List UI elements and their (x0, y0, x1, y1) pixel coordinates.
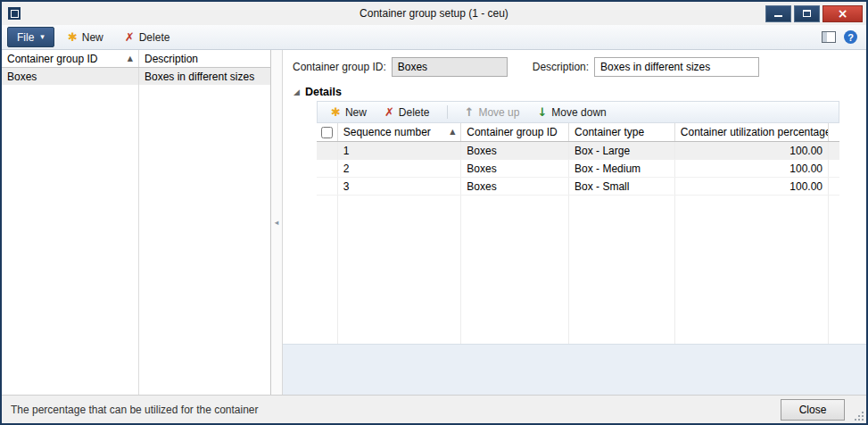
cell-utilization: 100.00 (675, 142, 829, 159)
list-header-row: Container group ID ▲ Description (2, 50, 270, 68)
help-icon[interactable]: ? (844, 30, 857, 44)
cell-filler (829, 142, 839, 159)
move-down-label: Move down (551, 106, 606, 119)
details-new-label: New (345, 106, 367, 119)
column-header-sequence-number[interactable]: Sequence number ▲ (338, 123, 462, 141)
details-section-header[interactable]: ◢ Details (293, 86, 866, 98)
main-area: Container group ID ▲ Description Boxes B… (2, 50, 866, 395)
cell-utilization: 100.00 (675, 160, 829, 177)
header-fields: Container group ID: Description: (293, 57, 857, 77)
minimize-icon (774, 15, 782, 17)
maximize-button[interactable] (794, 5, 820, 22)
row-select-cell[interactable] (317, 160, 338, 177)
details-section-title: Details (305, 86, 342, 98)
cell-container-type: Box - Large (569, 142, 675, 159)
window-panes-icon[interactable] (822, 31, 836, 43)
list-filler-column (2, 85, 139, 395)
delete-icon: ✗ (125, 31, 135, 43)
table-row[interactable]: 3 Boxes Box - Small 100.00 (317, 178, 839, 196)
cell-description: Boxes in different sizes (139, 68, 270, 85)
row-select-cell[interactable] (317, 142, 338, 159)
column-header-utilization[interactable]: Container utilization percentage (675, 123, 829, 141)
cell-filler (829, 178, 839, 195)
details-delete-label: Delete (399, 106, 430, 119)
move-up-label: Move up (478, 106, 519, 119)
main-toolbar: File ▾ ✱ New ✗ Delete ? (2, 25, 866, 50)
cell-container-group-id: Boxes (2, 68, 139, 85)
file-menu-button[interactable]: File ▾ (7, 27, 54, 47)
filler-cell (461, 196, 569, 344)
details-section-content: ✱ New ✗ Delete ↑ Move up ↓ Move down (317, 101, 839, 344)
cell-sequence-number: 1 (338, 142, 462, 159)
new-record-button[interactable]: ✱ New (60, 29, 112, 46)
cell-sequence-number: 3 (338, 178, 462, 195)
new-icon: ✱ (331, 106, 341, 118)
close-icon: × (838, 7, 848, 20)
details-new-button[interactable]: ✱ New (323, 104, 375, 121)
move-down-icon: ↓ (537, 106, 547, 118)
details-toolbar: ✱ New ✗ Delete ↑ Move up ↓ Move down (317, 101, 839, 123)
details-grid-empty-area (317, 196, 839, 344)
column-header-container-group-id[interactable]: Container group ID (461, 123, 569, 141)
detail-panel: Container group ID: Description: ◢ Detai… (283, 50, 866, 395)
select-all-cell (317, 123, 338, 141)
move-up-button[interactable]: ↑ Move up (457, 104, 528, 121)
filler-cell (675, 196, 829, 344)
close-button[interactable]: Close (781, 399, 845, 421)
description-field[interactable] (594, 57, 759, 77)
table-row[interactable]: 1 Boxes Box - Large 100.00 (317, 142, 839, 160)
list-row[interactable]: Boxes Boxes in different sizes (2, 68, 270, 85)
column-label: Container group ID (467, 126, 557, 138)
maximize-icon (803, 10, 811, 17)
container-group-setup-window: Container group setup (1 - ceu) × File ▾… (0, 0, 868, 425)
filler-cell (317, 196, 338, 344)
column-header-filler (829, 123, 839, 141)
window-title: Container group setup (1 - ceu) (2, 7, 866, 20)
table-row[interactable]: 2 Boxes Box - Medium 100.00 (317, 160, 839, 178)
container-group-id-field[interactable] (392, 57, 508, 77)
title-bar[interactable]: Container group setup (1 - ceu) × (2, 2, 866, 25)
sort-asc-icon: ▲ (128, 55, 133, 62)
column-label: Sequence number (343, 126, 431, 138)
panel-splitter[interactable]: ◂ (271, 50, 283, 395)
delete-button-label: Delete (139, 31, 170, 44)
select-all-checkbox[interactable] (321, 127, 333, 138)
cell-container-group-id: Boxes (461, 160, 569, 177)
window-controls: × (765, 5, 863, 22)
resize-grip[interactable] (854, 411, 864, 421)
column-label: Container group ID (7, 53, 97, 65)
status-text: The percentage that can be utilized for … (11, 404, 773, 416)
row-select-cell[interactable] (317, 178, 338, 195)
cell-utilization: 100.00 (675, 178, 829, 195)
column-header-container-group-id[interactable]: Container group ID ▲ (2, 50, 139, 67)
list-filler-column (139, 85, 270, 395)
cell-container-type: Box - Medium (569, 160, 675, 177)
details-grid-header: Sequence number ▲ Container group ID Con… (317, 123, 839, 142)
status-bar: The percentage that can be utilized for … (2, 395, 866, 423)
column-header-container-type[interactable]: Container type (569, 123, 675, 141)
cell-container-type: Box - Small (569, 178, 675, 195)
toolbar-right-icons: ? (822, 30, 861, 44)
filler-cell (829, 196, 839, 344)
file-menu-label: File (17, 31, 34, 44)
cell-sequence-number: 2 (338, 160, 462, 177)
container-group-id-label: Container group ID: (293, 61, 386, 73)
collapse-panel-icon: ◂ (275, 219, 279, 227)
move-down-button[interactable]: ↓ Move down (529, 104, 614, 121)
container-groups-list: Container group ID ▲ Description Boxes B… (2, 50, 271, 395)
new-icon: ✱ (68, 31, 78, 43)
minimize-button[interactable] (765, 5, 791, 22)
cell-container-group-id: Boxes (461, 142, 569, 159)
delete-icon: ✗ (384, 106, 394, 118)
close-window-button[interactable]: × (823, 5, 863, 22)
column-header-description[interactable]: Description (139, 50, 270, 67)
delete-record-button[interactable]: ✗ Delete (117, 29, 178, 46)
section-expander-icon: ◢ (293, 88, 300, 96)
new-button-label: New (82, 31, 103, 44)
help-glyph: ? (847, 32, 854, 43)
move-up-icon: ↑ (465, 106, 475, 118)
cell-filler (829, 160, 839, 177)
filler-cell (338, 196, 462, 344)
list-empty-area (2, 85, 270, 395)
details-delete-button[interactable]: ✗ Delete (376, 104, 438, 121)
